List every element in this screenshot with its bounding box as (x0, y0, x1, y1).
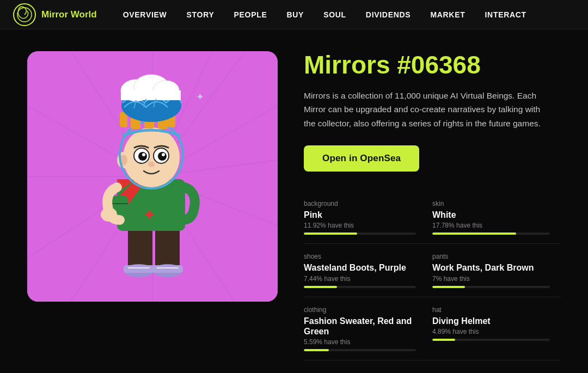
brand-name: Mirror World (41, 9, 97, 20)
svg-text:✦: ✦ (143, 207, 155, 223)
nav-dividends[interactable]: DIVIDENDS (356, 0, 421, 29)
nav-market[interactable]: MARKET (420, 0, 475, 29)
trait-rarity: 4.89% have this (432, 328, 550, 335)
trait-rarity: 5.59% have this (304, 338, 416, 346)
svg-rect-21 (152, 265, 183, 273)
opensea-button[interactable]: Open in OpenSea (304, 145, 419, 172)
svg-point-39 (162, 153, 165, 156)
trait-item: clothing Fashion Sweater, Red and Green … (304, 297, 432, 360)
trait-category: hat (432, 306, 550, 314)
trait-value: Work Pants, Dark Brown (432, 262, 550, 273)
trait-value: Wasteland Boots, Purple (304, 262, 416, 273)
svg-point-37 (158, 152, 167, 161)
svg-rect-16 (128, 225, 152, 269)
nav-overview[interactable]: OVERVIEW (113, 0, 177, 29)
trait-value: Diving Helmet (432, 316, 550, 326)
trait-bar-fill (432, 233, 516, 235)
trait-bar-background (432, 233, 550, 235)
svg-rect-17 (155, 225, 180, 269)
svg-rect-51 (121, 90, 181, 100)
trait-bar-fill (304, 349, 329, 351)
trait-item: hat Diving Helmet 4.89% have this (432, 297, 561, 360)
trait-category: pants (432, 253, 550, 260)
nav-soul[interactable]: SOUL (314, 0, 356, 29)
nav-story[interactable]: STORY (177, 0, 224, 29)
trait-category: skin (432, 200, 550, 207)
trait-item: shoes Wasteland Boots, Purple 7.44% have… (304, 244, 432, 297)
trait-value: White (432, 210, 550, 220)
main-content: ✦ ✦ Mirrors #06368 Mirrors is a collecti… (0, 29, 588, 373)
trait-value: Fashion Sweater, Red and Green (304, 316, 416, 337)
svg-point-40 (148, 162, 155, 167)
logo[interactable]: Mirror World (13, 3, 97, 26)
nav-interact[interactable]: INTERACT (475, 0, 536, 29)
trait-bar-background (304, 349, 416, 351)
trait-item: skin White 17.78% have this (432, 191, 561, 244)
trait-category: shoes (304, 253, 416, 260)
header: Mirror World OVERVIEW STORY PEOPLE BUY S… (0, 0, 588, 29)
trait-item: background Pink 11.92% have this (304, 191, 432, 244)
trait-rarity: 7.44% have this (304, 275, 416, 283)
traits-grid: background Pink 11.92% have this skin Wh… (304, 191, 561, 360)
trait-bar-background (304, 233, 416, 235)
trait-bar-fill (432, 339, 455, 341)
trait-value: Pink (304, 210, 416, 220)
nft-info: Mirrors #06368 Mirrors is a collection o… (304, 51, 561, 360)
svg-text:✦: ✦ (196, 91, 204, 102)
trait-rarity: 7% have this (432, 275, 550, 283)
trait-rarity: 11.92% have this (304, 222, 416, 229)
svg-point-56 (101, 207, 117, 222)
trait-bar-fill (304, 286, 337, 288)
svg-point-36 (138, 152, 147, 161)
trait-category: clothing (304, 306, 416, 314)
nft-image: ✦ ✦ (27, 51, 278, 302)
trait-bar-fill (432, 286, 465, 288)
trait-bar-fill (304, 233, 357, 235)
trait-bar-background (432, 339, 550, 341)
logo-icon (13, 3, 36, 26)
trait-item: pants Work Pants, Dark Brown 7% have thi… (432, 244, 561, 297)
main-nav: OVERVIEW STORY PEOPLE BUY SOUL DIVIDENDS… (113, 0, 575, 29)
trait-rarity: 17.78% have this (432, 222, 550, 229)
trait-bar-background (432, 286, 550, 288)
svg-point-38 (142, 153, 145, 156)
nft-artwork: ✦ ✦ (27, 51, 278, 302)
svg-point-31 (123, 127, 180, 187)
nav-buy[interactable]: BUY (277, 0, 314, 29)
trait-category: background (304, 200, 416, 207)
svg-rect-20 (124, 265, 154, 273)
nav-people[interactable]: PEOPLE (224, 0, 277, 29)
trait-bar-background (304, 286, 416, 288)
nft-title: Mirrors #06368 (304, 51, 561, 79)
nft-description: Mirrors is a collection of 11,000 unique… (304, 89, 554, 131)
